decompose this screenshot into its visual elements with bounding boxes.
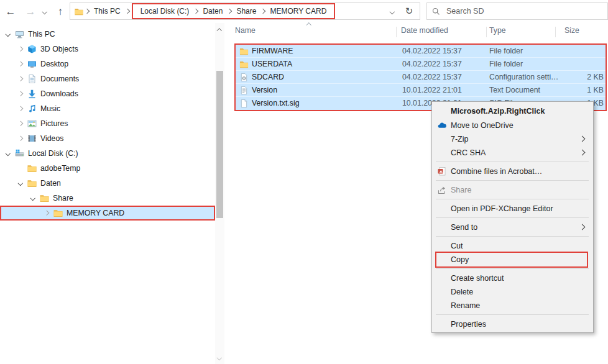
breadcrumb-separator-icon <box>260 9 265 14</box>
breadcrumb-segment-daten[interactable]: Daten <box>203 7 223 16</box>
sidebar-item-3d-objects[interactable]: 3D Objects <box>0 42 215 57</box>
submenu-arrow-icon <box>579 136 586 142</box>
forward-button[interactable]: → <box>22 4 39 20</box>
scrollbar-thumb[interactable] <box>216 71 223 218</box>
sidebar-item-share[interactable]: Share <box>0 191 215 206</box>
table-row-version[interactable]: Version10.01.2022 21:01Text Document1 KB <box>236 84 606 97</box>
sidebar-item-label: Pictures <box>40 119 68 128</box>
menu-item-label: Rename <box>451 301 480 310</box>
menu-item-cut[interactable]: Cut <box>432 239 593 253</box>
menu-separator <box>436 236 589 237</box>
submenu-arrow-icon <box>579 150 586 156</box>
menu-item-7-zip[interactable]: 7-Zip <box>432 132 593 146</box>
menu-item-label: Copy <box>451 255 469 264</box>
menu-item-label: Create shortcut <box>451 274 504 283</box>
sidebar-item-videos[interactable]: Videos <box>0 131 215 146</box>
column-divider[interactable] <box>396 27 397 37</box>
sort-ascending-icon <box>306 23 311 28</box>
chevron-right-icon[interactable] <box>16 62 25 66</box>
menu-item-properties[interactable]: Properties <box>432 317 593 331</box>
breadcrumb-segment-memory-card[interactable]: MEMORY CARD <box>270 7 326 16</box>
scroll-down-icon[interactable] <box>217 355 222 360</box>
chevron-right-icon[interactable] <box>16 77 25 81</box>
sidebar-item-daten[interactable]: Daten <box>0 176 215 191</box>
menu-separator <box>436 314 589 315</box>
chevron-right-icon[interactable] <box>16 92 25 96</box>
menu-item-combine-files-in-acrobat[interactable]: Combine files in Acrobat… <box>432 165 593 178</box>
chevron-right-icon[interactable] <box>16 137 25 140</box>
menu-item-crc-sha[interactable]: CRC SHA <box>432 146 593 160</box>
sidebar-item-adobetemp[interactable]: adobeTemp <box>0 161 215 176</box>
sidebar-item-label: Desktop <box>40 60 68 68</box>
refresh-button[interactable]: ↻ <box>398 2 420 20</box>
tree-scrollbar[interactable] <box>215 23 224 364</box>
column-header-name[interactable]: Name <box>235 26 256 35</box>
cube-icon <box>27 44 37 54</box>
picture-icon <box>27 119 37 129</box>
menu-item-label: Microsoft.Azip.RightClick <box>451 107 545 116</box>
scroll-up-icon[interactable] <box>217 29 222 34</box>
recent-locations-button[interactable] <box>39 4 51 20</box>
breadcrumb-separator-icon <box>124 9 129 14</box>
sidebar-item-this-pc[interactable]: This PC <box>0 27 215 42</box>
sidebar-item-label: Music <box>40 104 60 113</box>
breadcrumb: This PCLocal Disk (C:)DatenShareMEMORY C… <box>84 3 336 19</box>
breadcrumb-segment-local-disk-c[interactable]: Local Disk (C:) <box>140 7 190 16</box>
search-input[interactable] <box>445 6 602 16</box>
chevron-down-icon[interactable] <box>4 152 12 155</box>
chevron-down-icon[interactable] <box>16 181 25 185</box>
chevron-down-icon <box>42 9 47 14</box>
menu-item-open-in-pdf-xchange-editor[interactable]: Open in PDF-XChange Editor <box>432 202 593 216</box>
column-divider[interactable] <box>486 27 487 37</box>
sidebar-item-label: 3D Objects <box>40 45 78 53</box>
chevron-right-icon[interactable] <box>16 47 25 51</box>
address-dropdown-icon[interactable] <box>389 9 394 14</box>
chevron-right-icon[interactable] <box>16 107 25 111</box>
sidebar-item-label: Local Disk (C:) <box>28 149 78 158</box>
sidebar-item-documents[interactable]: Documents <box>0 71 215 86</box>
desktop-icon <box>27 59 37 69</box>
file-date-modified: 04.02.2022 15:37 <box>402 58 462 71</box>
sidebar-item-pictures[interactable]: Pictures <box>0 116 215 131</box>
menu-item-copy[interactable]: Copy <box>432 253 593 266</box>
sidebar-item-label: MEMORY CARD <box>67 209 124 217</box>
column-header-date-modified[interactable]: Date modified <box>401 26 448 35</box>
menu-item-move-to-onedrive[interactable]: Move to OneDrive <box>432 119 593 132</box>
sidebar-item-label: Videos <box>40 134 63 143</box>
sidebar-item-desktop[interactable]: Desktop <box>0 57 215 71</box>
menu-item-delete[interactable]: Delete <box>432 285 593 299</box>
address-bar[interactable]: This PCLocal Disk (C:)DatenShareMEMORY C… <box>70 2 399 20</box>
sidebar-item-downloads[interactable]: Downloads <box>0 86 215 101</box>
column-header-size[interactable]: Size <box>564 26 579 35</box>
sidebar-item-label: This PC <box>28 30 55 39</box>
menu-separator <box>436 268 589 269</box>
menu-item-share: Share <box>432 183 593 197</box>
chevron-right-icon[interactable] <box>16 122 25 125</box>
search-box[interactable] <box>426 2 608 20</box>
menu-item-create-shortcut[interactable]: Create shortcut <box>432 271 593 285</box>
chevron-down-icon[interactable] <box>4 32 12 36</box>
menu-item-send-to[interactable]: Send to <box>432 221 593 234</box>
back-button[interactable]: ← <box>2 4 19 20</box>
file-name: SDCARD <box>252 71 284 84</box>
column-header-type[interactable]: Type <box>489 26 506 35</box>
sidebar-item-local-disk-c[interactable]: Local Disk (C:) <box>0 146 215 161</box>
sidebar-item-music[interactable]: Music <box>0 101 215 116</box>
chevron-down-icon[interactable] <box>29 196 37 200</box>
table-row-userdata[interactable]: USERDATA04.02.2022 15:37File folder <box>236 58 606 71</box>
column-divider[interactable] <box>555 27 556 37</box>
breadcrumb-segment-this-pc[interactable]: This PC <box>94 7 121 16</box>
breadcrumb-separator-icon <box>85 9 90 14</box>
chevron-right-icon[interactable] <box>42 211 51 215</box>
text-file-icon <box>239 86 249 95</box>
table-row-sdcard[interactable]: SDCARD04.02.2022 15:37Configuration sett… <box>236 71 606 84</box>
sidebar-item-memory-card[interactable]: MEMORY CARD <box>0 206 215 221</box>
breadcrumb-segment-share[interactable]: Share <box>236 7 256 16</box>
menu-item-label: Open in PDF-XChange Editor <box>451 204 553 213</box>
menu-item-rename[interactable]: Rename <box>432 299 593 312</box>
breadcrumb-separator-icon <box>193 9 198 14</box>
folder-icon <box>74 7 84 16</box>
table-row-firmware[interactable]: FIRMWARE04.02.2022 15:37File folder <box>236 45 606 58</box>
up-button[interactable]: ↑ <box>52 4 68 20</box>
document-icon <box>27 74 37 84</box>
